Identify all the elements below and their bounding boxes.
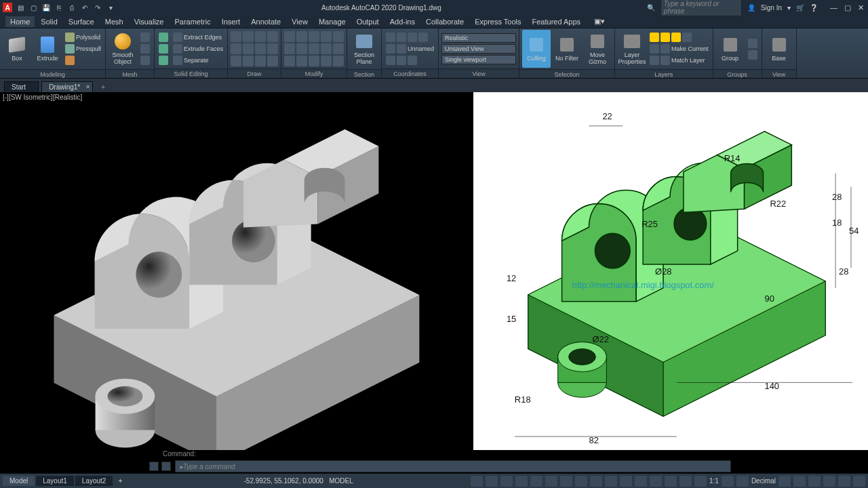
- qat-more-icon[interactable]: ▾: [105, 2, 116, 13]
- viewport-dropdown[interactable]: Single viewport: [441, 55, 516, 64]
- nofilter-button[interactable]: No Filter: [553, 30, 581, 68]
- help-icon[interactable]: ❔: [810, 4, 818, 12]
- cycling-icon[interactable]: [605, 476, 617, 487]
- separate-button[interactable]: Separate: [172, 55, 224, 66]
- draw-tools[interactable]: [231, 31, 278, 66]
- ucs-unnamed[interactable]: Unnamed: [384, 43, 435, 54]
- osnap-icon[interactable]: [530, 476, 542, 487]
- annotation-monitor-icon[interactable]: [736, 476, 749, 487]
- tab-home[interactable]: Home: [5, 16, 35, 27]
- tab-view[interactable]: View: [287, 16, 313, 27]
- search-icon[interactable]: 🔍: [647, 4, 655, 12]
- mesh-btn-3[interactable]: [139, 55, 151, 66]
- tab-parametric[interactable]: Parametric: [170, 16, 215, 27]
- lineweight-icon[interactable]: [575, 476, 587, 487]
- box-button[interactable]: Box: [3, 30, 31, 68]
- close-icon[interactable]: ✕: [856, 3, 865, 12]
- quick-properties-icon[interactable]: [778, 476, 791, 487]
- tab-featuredapps[interactable]: Featured Apps: [528, 16, 586, 27]
- signin-icon[interactable]: 👤: [747, 4, 755, 12]
- panel-draw-title[interactable]: Draw: [228, 68, 281, 78]
- dynamic-ucs-icon[interactable]: [635, 476, 647, 487]
- drawing-tab[interactable]: Drawing1*×: [41, 81, 93, 92]
- close-tab-icon[interactable]: ×: [86, 83, 90, 90]
- annot-vis-icon[interactable]: [679, 476, 692, 487]
- start-tab[interactable]: Start: [4, 81, 39, 92]
- make-current-button[interactable]: Make Current: [648, 43, 710, 54]
- extrude-button[interactable]: Extrude: [33, 30, 62, 68]
- units-dropdown[interactable]: Decimal: [751, 477, 776, 485]
- panel-selection-title[interactable]: Selection: [519, 69, 614, 79]
- polysolid-button[interactable]: Polysolid: [64, 32, 102, 43]
- mesh-btn-1[interactable]: [139, 32, 151, 43]
- dynamic-input-icon[interactable]: [560, 476, 572, 487]
- panel-groups-title[interactable]: Groups: [713, 69, 762, 79]
- panel-layers-title[interactable]: Layers: [615, 69, 713, 79]
- tab-insert[interactable]: Insert: [217, 16, 245, 27]
- btn-union[interactable]: [157, 32, 170, 43]
- cart-icon[interactable]: 🛒: [796, 4, 804, 12]
- search-input[interactable]: Type a keyword or phrase: [660, 0, 742, 16]
- transparency-icon[interactable]: [590, 476, 602, 487]
- tab-output[interactable]: Output: [352, 16, 384, 27]
- view-dropdown[interactable]: Unsaved View: [441, 44, 516, 54]
- cmd-close-icon[interactable]: [149, 462, 159, 471]
- cmd-prompt-icon[interactable]: [161, 462, 171, 471]
- clean-screen-icon[interactable]: [838, 476, 850, 487]
- snap-icon[interactable]: [486, 476, 498, 487]
- redo-icon[interactable]: ↷: [92, 2, 103, 13]
- tab-mesh[interactable]: Mesh: [100, 16, 128, 27]
- undo-icon[interactable]: ↶: [79, 2, 90, 13]
- panel-base-title[interactable]: View: [762, 69, 796, 79]
- app-logo[interactable]: A: [3, 3, 12, 12]
- presspull-button[interactable]: Presspull: [64, 43, 102, 54]
- 3d-icon[interactable]: [620, 476, 632, 487]
- saveas-icon[interactable]: ⎘: [54, 2, 64, 13]
- new-tab-icon[interactable]: +: [96, 82, 111, 92]
- layer-properties-button[interactable]: Layer Properties: [618, 30, 646, 68]
- tab-annotate[interactable]: Annotate: [246, 16, 285, 27]
- annot-scale-icon[interactable]: [694, 476, 707, 487]
- open-icon[interactable]: ▢: [28, 2, 39, 13]
- save-icon[interactable]: 💾: [41, 2, 52, 13]
- tab-manage[interactable]: Manage: [314, 16, 351, 27]
- panel-coords-title[interactable]: Coordinates: [382, 68, 438, 78]
- tab-surface[interactable]: Surface: [64, 16, 99, 27]
- layout1-tab[interactable]: Layout1: [36, 476, 74, 486]
- group-button[interactable]: Group: [716, 30, 745, 68]
- extrude-faces-button[interactable]: Extrude Faces: [172, 43, 224, 54]
- tab-expresstools[interactable]: Express Tools: [470, 16, 526, 27]
- lock-ui-icon[interactable]: [793, 476, 806, 487]
- signin-label[interactable]: Sign In: [761, 4, 782, 12]
- polar-icon[interactable]: [515, 476, 528, 487]
- gizmo-icon[interactable]: [665, 476, 677, 487]
- add-layout-icon[interactable]: +: [114, 476, 126, 486]
- smooth-button[interactable]: Smooth Object: [108, 30, 137, 68]
- new-icon[interactable]: ▤: [15, 2, 26, 13]
- visual-style-dropdown[interactable]: Realistic: [441, 33, 516, 43]
- mesh-btn-2[interactable]: [139, 43, 151, 54]
- culling-button[interactable]: Culling: [522, 30, 551, 68]
- gizmo-button[interactable]: Move Gizmo: [583, 30, 612, 68]
- panel-section-title[interactable]: Section: [347, 69, 381, 79]
- isolate-icon[interactable]: [808, 476, 821, 487]
- scale-dropdown[interactable]: 1:1: [709, 477, 719, 485]
- maximize-icon[interactable]: ▢: [843, 3, 852, 12]
- match-layer-button[interactable]: Match Layer: [648, 55, 710, 66]
- panel-modeling-title[interactable]: Modeling: [0, 69, 105, 79]
- panel-mesh-title[interactable]: Mesh: [106, 69, 154, 79]
- drawing-viewport[interactable]: [-][SW Isometric][Realistic]: [0, 92, 868, 450]
- ucs-btn-3[interactable]: [384, 55, 435, 66]
- layout2-tab[interactable]: Layout2: [75, 476, 113, 486]
- 3dosnap-icon[interactable]: [545, 476, 557, 487]
- model-tab[interactable]: Model: [3, 476, 35, 486]
- panel-view-title[interactable]: View: [439, 68, 519, 78]
- tab-addins[interactable]: Add-ins: [385, 16, 420, 27]
- hardware-accel-icon[interactable]: [823, 476, 835, 487]
- panel-solidedit-title[interactable]: Solid Editing: [155, 68, 227, 78]
- ortho-icon[interactable]: [500, 476, 513, 487]
- tab-solid[interactable]: Solid: [36, 16, 62, 27]
- filter-icon[interactable]: [650, 476, 662, 487]
- workspace-icon[interactable]: [722, 476, 734, 487]
- group-btn2[interactable]: [747, 38, 759, 49]
